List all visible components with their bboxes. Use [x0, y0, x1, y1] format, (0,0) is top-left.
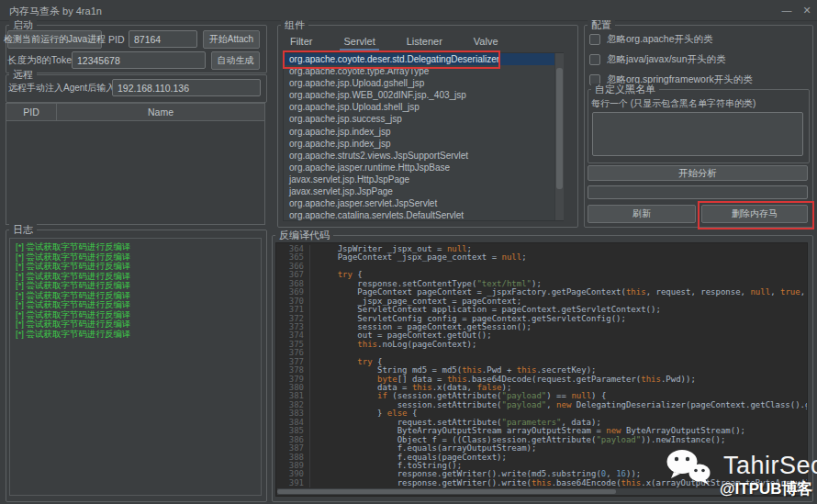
watermark-brand: TahirSec	[723, 452, 817, 480]
component-list-item[interactable]: org.apache.jsp.success_jsp	[284, 113, 563, 125]
log-line: [*] 尝试获取字节码进行反编译	[16, 242, 255, 252]
component-list-item[interactable]: org.apache.coyote.type.ArrayType	[284, 65, 563, 77]
component-tab[interactable]: Servlet	[340, 34, 378, 50]
component-list-item[interactable]: org.apache.jsp.Upload.gshell_jsp	[284, 77, 563, 89]
wechat-icon	[665, 448, 712, 487]
log-legend: 日志	[9, 224, 37, 235]
pid-label: PID	[108, 34, 125, 45]
log-output: [*] 尝试获取字节码进行反编译 [*] 尝试获取字节码进行反编译 [*] 尝试…	[9, 238, 262, 496]
app-window: { "window": { "title": "内存马查杀 by 4ra1n",…	[0, 0, 817, 504]
blacklist-legend: 自定义黑名单	[591, 84, 659, 95]
log-line: [*] 尝试获取字节码进行反编译	[16, 319, 255, 330]
watermark-site: @ITPUB博客	[720, 478, 813, 499]
token-label: 长度为8的Token	[7, 54, 77, 67]
checkbox-icon[interactable]	[589, 54, 600, 65]
blacklist-hint: 每行一个 (只显示包含黑名单字符串的类)	[591, 97, 755, 110]
component-list-item[interactable]: org.apache.jsp.Upload.shell_jsp	[284, 101, 563, 113]
component-list-item[interactable]: org.apache.coyote.deser.std.DelegatingDe…	[284, 53, 563, 65]
blacklist-textarea[interactable]	[592, 112, 803, 156]
log-line: [*] 尝试获取字节码进行反编译	[16, 330, 255, 340]
detect-java-process-button[interactable]: 检测当前运行的Java进程	[7, 30, 102, 49]
filter-input[interactable]	[588, 185, 808, 199]
code-text: PageContext _jspx_page_context = null;	[318, 253, 527, 262]
start-analysis-button[interactable]: 开始分析	[588, 165, 808, 181]
checkbox-label: 忽略java/javax/sun开头的类	[607, 53, 726, 66]
component-list: org.apache.coyote.deser.std.DelegatingDe…	[283, 52, 564, 221]
pid-input[interactable]	[129, 30, 197, 48]
minimize-button[interactable]: —	[778, 3, 795, 17]
component-tab[interactable]: Valve	[470, 34, 502, 50]
refresh-button[interactable]: 刷新	[588, 205, 696, 223]
column-header-pid[interactable]: PID	[6, 104, 57, 120]
code-line: 375 this.noLog(pageContext);	[276, 341, 807, 349]
component-tab[interactable]: Listener	[403, 34, 446, 50]
component-list-scrollbar-thumb[interactable]	[556, 68, 563, 189]
window-title: 内存马查杀 by 4ra1n	[9, 5, 102, 18]
title-bar: 内存马查杀 by 4ra1n — ✕	[0, 0, 817, 21]
component-list-item[interactable]: org.apache.jasper.runtime.HttpJspBase	[284, 162, 563, 174]
watermark: TahirSec @ITPUB博客	[665, 448, 811, 501]
component-list-item[interactable]: javax.servlet.jsp.HttpJspPage	[284, 174, 563, 185]
column-header-name[interactable]: Name	[57, 104, 264, 120]
start-attach-button[interactable]: 开始Attach	[203, 30, 260, 49]
process-table: PID Name	[6, 103, 265, 225]
log-line: [*] 尝试获取字节码进行反编译	[16, 300, 255, 310]
component-list-item[interactable]: org.apache.jasper.servlet.JspServlet	[284, 197, 563, 209]
close-button[interactable]: ✕	[799, 3, 815, 17]
remote-ip-label: 远程手动注入Agent后输入IP	[8, 82, 124, 95]
config-checkbox-row: 忽略java/javax/sun开头的类	[589, 53, 726, 66]
config-checkbox-row: 忽略org.apache开头的类	[589, 33, 713, 46]
launch-legend: 启动	[9, 19, 37, 30]
component-tabs: Filter Servlet Listener Valve	[286, 34, 502, 50]
component-list-item[interactable]: org.apache.jsp.index_jsp	[284, 126, 563, 138]
component-list-item[interactable]: org.apache.jsp.index_jsp	[284, 138, 563, 150]
log-line: [*] 尝试获取字节码进行反编译	[16, 262, 255, 272]
component-list-item[interactable]: javax.servlet.jsp.JspPage	[284, 185, 563, 197]
checkbox-label: 忽略org.apache开头的类	[607, 33, 713, 46]
component-list-item[interactable]: org.apache.catalina.servlets.DefaultServ…	[284, 209, 563, 221]
remote-ip-input[interactable]	[112, 79, 261, 96]
config-legend: 配置	[588, 19, 615, 30]
component-list-item[interactable]: org.apache.jsp.WEB_002dINF.jsp._403_jsp	[284, 89, 563, 101]
token-input[interactable]	[72, 51, 206, 69]
autogen-token-button[interactable]: 自动生成	[211, 51, 260, 70]
remote-legend: 远程	[9, 69, 37, 80]
delete-memshell-button[interactable]: 删除内存马	[701, 205, 808, 223]
process-table-header: PID Name	[6, 104, 264, 121]
component-list-scrollbar[interactable]	[554, 53, 564, 220]
decompile-legend: 反编译代码	[275, 230, 333, 241]
log-line: [*] 尝试获取字节码进行反编译	[16, 281, 255, 291]
line-number: 391	[276, 479, 310, 487]
component-list-item[interactable]: org.apache.struts2.views.JspSupportServl…	[284, 150, 563, 162]
code-horizontal-scrollbar-thumb[interactable]	[277, 489, 616, 494]
code-text: this.noLog(pageContext);	[318, 341, 476, 349]
components-legend: 组件	[281, 19, 308, 30]
checkbox-icon[interactable]	[589, 34, 600, 45]
code-line: 365 PageContext _jspx_page_context = nul…	[276, 253, 807, 262]
component-tab[interactable]: Filter	[286, 34, 316, 50]
